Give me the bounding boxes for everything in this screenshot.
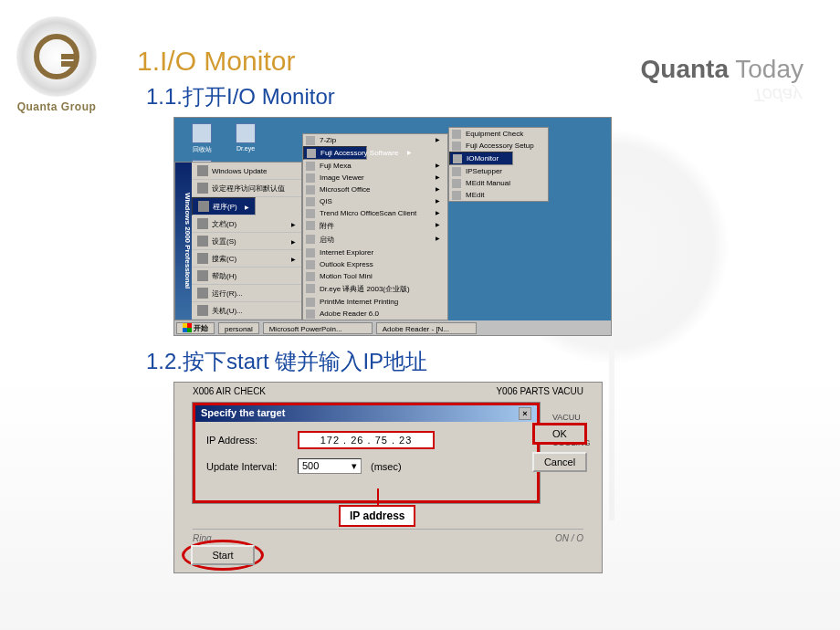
dialog-body: IP Address: 172 . 26 . 75 . 23 Update In… [195,422,537,492]
menu-icon [197,288,208,299]
submenu-label: 7-Zip [320,136,336,144]
submenu-item[interactable]: Motion Tool Mini [303,270,447,282]
interval-row: Update Interval: 500 ▾ (msec) [206,458,526,474]
menu-icon [197,253,208,264]
submenu-label: Trend Micro OfficeScan Client [320,209,416,217]
interval-select[interactable]: 500 ▾ [298,458,362,474]
start-item-label: 搜索(C) [212,254,236,264]
start-item[interactable]: 设定程序访问和默认值 [192,180,301,197]
start-menu: Windows 2000 Professional Windows Update… [174,162,302,320]
menu-icon [197,165,208,176]
taskbar: 开始 personal Microsoft PowerPoin... Adobe… [174,320,611,335]
chevron-down-icon: ▾ [352,460,357,472]
submenu-item[interactable]: Fuji Accessory Setup [449,140,548,152]
icon-label: 回收站 [193,146,212,152]
windows-icon [183,323,192,332]
screenshot-desktop: 回收站 Dr.eye Internet Explorer Microsoft W… [173,117,612,336]
submenu-item[interactable]: Fuji Mexa▶ [303,160,447,172]
submenu-item[interactable]: Image Viewer▶ [303,172,447,184]
start-item[interactable]: 帮助(H) [192,268,301,285]
ip-input[interactable]: 172 . 26 . 75 . 23 [298,431,435,449]
ok-button[interactable]: OK [532,423,587,445]
submenu-label: Outlook Express [320,260,373,268]
submenu-label: Adobe Reader 6.0 [320,310,379,318]
submenu-item[interactable]: 附件▶ [303,219,447,233]
arrow-right-icon: ▶ [291,221,296,227]
submenu-item[interactable]: Outlook Express [303,258,447,270]
menu-icon [197,270,208,281]
heading-1: 1.I/O Monitor [137,46,813,77]
submenu-label: MEdit [466,191,484,199]
cancel-button[interactable]: Cancel [532,452,587,472]
taskbar-item[interactable]: Microsoft PowerPoin... [263,322,373,334]
start-banner: Windows 2000 Professional [175,163,192,320]
submenu-item-iomonitor[interactable]: IOMonitor [449,152,513,165]
submenu-item[interactable]: Internet Explorer [303,247,447,258]
submenu-label: Fuji Mexa [320,162,352,170]
submenu-label: 附件 [320,222,334,230]
top-left-label: X006 AIR CHECK [193,386,266,396]
taskbar-item[interactable]: Adobe Reader - [N... [376,322,477,334]
submenu-label: 启动 [320,236,334,244]
submenu-item[interactable]: Equipment Check [449,128,548,140]
start-item[interactable]: 搜索(C)▶ [192,250,301,268]
heading-1-1: 1.1.打开I/O Monitor [146,82,813,111]
arrow-right-icon: ▶ [407,149,412,157]
desktop-icon-dreye[interactable]: Dr.eye [227,123,264,152]
submenu-label: Image Viewer [320,173,364,182]
submenu-item[interactable]: Microsoft Office▶ [303,184,447,195]
arrow-right-icon: ▶ [436,209,440,215]
start-item-label: Windows Update [212,167,267,175]
submenu-item-fuji[interactable]: Fuji Accessory Software▶ [303,146,367,160]
start-item-programs[interactable]: 程序(P)▶ [192,197,256,215]
submenu-item[interactable]: QIS▶ [303,195,447,207]
specify-target-dialog: Specify the target × IP Address: 172 . 2… [193,403,540,503]
start-label: 开始 [194,323,208,333]
interval-label: Update Interval: [206,461,289,472]
submenu-item[interactable]: Dr.eye 译典通 2003(企业版) [303,282,447,296]
start-highlight: Start [182,540,264,571]
submenu-item[interactable]: IPSetupper [449,165,548,177]
submenu-item[interactable]: MEdit [449,189,548,201]
arrow-right-icon: ▶ [291,256,296,262]
start-item[interactable]: 关机(U)... [192,302,301,320]
dialog-title: Specify the target [201,407,285,420]
submenu-item[interactable]: 启动▶ [303,233,447,247]
logo-ring [16,16,97,97]
interval-unit: (msec) [371,461,402,472]
submenu-label: Dr.eye 译典通 2003(企业版) [320,285,410,293]
arrow-right-icon: ▶ [436,197,440,204]
screenshot-dialog: X006 AIR CHECK Y006 PARTS VACUU VACUU CO… [173,382,603,573]
logo-q-icon [34,34,79,79]
submenu-label: Equipment Check [466,130,523,138]
desktop-icon-recycle[interactable]: 回收站 [184,123,220,154]
start-item[interactable]: 文档(D)▶ [192,215,301,233]
start-item-label: 帮助(H) [212,271,236,281]
start-button[interactable]: Start [191,545,255,565]
submenu-fuji: Equipment Check Fuji Accessory Setup IOM… [448,127,549,202]
start-item[interactable]: 设置(S)▶ [192,233,301,250]
start-button[interactable]: 开始 [176,322,215,334]
arrow-right-icon: ▶ [436,185,440,192]
submenu-label: Fuji Accessory Setup [466,142,534,150]
submenu-item[interactable]: MEdit Manual [449,177,548,189]
submenu-item[interactable]: PrintMe Internet Printing [303,296,447,308]
submenu-label: MEdit Manual [466,179,510,187]
top-right-label: Y006 PARTS VACUU [496,386,583,396]
arrow-right-icon: ▶ [436,221,440,227]
logo-block: Quanta Group [16,16,97,113]
arrow-right-icon: ▶ [291,238,296,245]
start-item-label: 运行(R)... [212,289,243,299]
submenu-programs: 7-Zip▶ Fuji Accessory Software▶ Fuji Mex… [302,133,448,320]
start-item-label: 文档(D) [212,219,236,229]
start-item[interactable]: 运行(R)... [192,285,301,302]
submenu-item[interactable]: 7-Zip▶ [303,134,447,146]
menu-icon [197,236,208,247]
submenu-item[interactable]: Adobe Reader 6.0 [303,308,447,320]
submenu-item[interactable]: Trend Micro OfficeScan Client▶ [303,207,447,219]
ip-row: IP Address: 172 . 26 . 75 . 23 [206,431,526,449]
close-icon[interactable]: × [519,407,531,420]
arrow-right-icon: ▶ [436,173,440,180]
taskbar-item[interactable]: personal [218,322,259,334]
start-item[interactable]: Windows Update [192,163,301,180]
